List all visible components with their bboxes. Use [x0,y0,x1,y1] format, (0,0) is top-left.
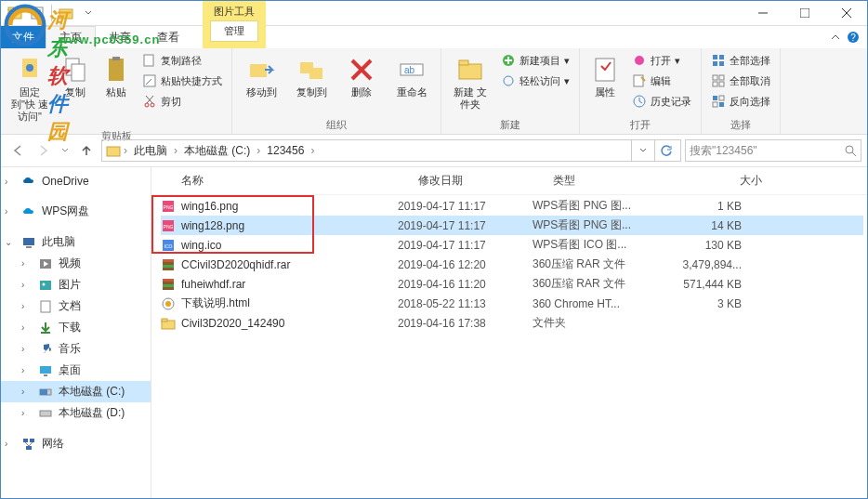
crumb-drive[interactable]: 本地磁盘 (C:) [180,143,254,159]
file-name: Civil3D2020_142490 [181,317,398,330]
qat-dropdown-icon[interactable] [78,3,99,23]
tree-drive-d[interactable]: ›本地磁盘 (D:) [1,402,151,424]
svg-text:PNG: PNG [164,224,174,230]
svg-rect-20 [144,55,153,66]
new-item-button[interactable]: 新建项目 ▾ [497,51,573,70]
svg-rect-59 [26,246,32,248]
ribbon-tabs: 文件 主页 共享 查看 ? [1,26,867,48]
file-row[interactable]: CCivil3D2020qhidf.rar 2019-04-16 12:20 3… [161,255,863,274]
rename-button[interactable]: ab重命名 [388,51,435,102]
svg-rect-34 [459,60,468,65]
tree-desktop[interactable]: ›桌面 [1,360,151,381]
svg-rect-52 [719,96,724,100]
copy-to-button[interactable]: 复制到 [288,51,335,102]
invert-selection-button[interactable]: 反向选择 [707,92,774,111]
tree-videos[interactable]: ›视频 [1,253,151,274]
svg-rect-2 [8,7,14,10]
tree-wps[interactable]: ›WPS网盘 [1,201,151,222]
open-button[interactable]: 打开 ▾ [628,51,695,70]
svg-line-24 [147,96,153,103]
svg-rect-83 [163,259,174,262]
easy-access-button[interactable]: 轻松访问 ▾ [497,72,573,90]
back-button[interactable] [7,139,29,162]
tree-pictures[interactable]: ›图片 [1,274,151,295]
tab-home[interactable]: 主页 [46,26,96,48]
svg-rect-46 [719,61,724,66]
svg-text:PNG: PNG [164,204,174,210]
copy-button[interactable]: 复制 [57,51,94,102]
breadcrumb-dropdown[interactable] [631,140,653,161]
file-date: 2019-04-16 11:20 [398,278,533,291]
help-icon[interactable]: ? [847,31,860,44]
file-date: 2019-04-17 11:17 [398,219,533,232]
svg-rect-47 [713,75,717,80]
crumb-this-pc[interactable]: 此电脑 [130,143,171,159]
file-tab[interactable]: 文件 [1,26,46,48]
file-name: fuheiwhdf.rar [181,278,398,291]
file-row[interactable]: ICO wing.ico 2019-04-17 11:17 WPS看图 ICO … [161,235,863,255]
svg-rect-43 [713,55,717,59]
tab-view[interactable]: 查看 [144,26,192,48]
select-all-button[interactable]: 全部选择 [707,51,774,70]
copy-path-button[interactable]: 复制路径 [138,51,226,70]
pin-quickaccess-button[interactable]: 固定到"快 速访问" [7,51,53,127]
tree-music[interactable]: ›音乐 [1,338,151,360]
search-input[interactable]: 搜索"123456" [685,139,861,162]
folder-icon[interactable] [5,3,25,23]
ribbon-group-select: 全部选择 全部取消 反向选择 选择 [702,48,781,134]
properties-button[interactable]: 属性 [585,51,625,102]
svg-point-23 [151,103,154,107]
file-row[interactable]: 下载说明.html 2018-05-22 11:13 360 Chrome HT… [161,294,863,313]
new-folder-button[interactable]: 新建 文件夹 [447,51,493,114]
file-row[interactable]: PNG wing16.png 2019-04-17 11:17 WPS看图 PN… [161,196,863,216]
svg-rect-7 [59,9,72,19]
col-type[interactable]: 类型 [553,173,688,189]
tab-share[interactable]: 共享 [96,26,144,48]
title-bar: 123456 图片工具 管理 [1,1,867,26]
refresh-button[interactable] [654,140,677,161]
paste-shortcut-button[interactable]: 粘贴快捷方式 [138,72,226,90]
select-none-button[interactable]: 全部取消 [707,72,774,90]
sidebar: ›OneDrive ›WPS网盘 ⌄此电脑 ›视频 ›图片 ›文档 ›下载 ›音… [1,167,151,499]
svg-rect-19 [112,57,120,60]
tree-network[interactable]: ›网络 [1,433,151,454]
context-tab[interactable]: 管理 [210,20,258,42]
edit-button[interactable]: 编辑 [628,72,695,90]
tree-downloads[interactable]: ›下载 [1,317,151,338]
col-name[interactable]: 名称 [181,173,418,189]
cut-button[interactable]: 剪切 [138,92,226,111]
file-icon [161,257,176,272]
forward-button[interactable] [33,139,55,162]
svg-text:?: ? [850,33,856,43]
file-row[interactable]: Civil3D2020_142490 2019-04-16 17:38 文件夹 [161,313,863,333]
delete-button[interactable]: 删除 [338,51,385,102]
paste-button[interactable]: 粘贴 [98,51,135,102]
file-row[interactable]: fuheiwhdf.rar 2019-04-16 11:20 360压缩 RAR… [161,274,863,294]
file-date: 2019-04-16 12:20 [398,258,533,271]
maximize-button[interactable] [783,1,825,26]
breadcrumb[interactable]: › 此电脑 › 本地磁盘 (C:) › 123456 › [101,139,681,162]
new-folder-icon[interactable] [56,3,76,23]
file-size: 14 KB [667,219,760,232]
tree-documents[interactable]: ›文档 [1,295,151,317]
history-button[interactable]: 历史记录 [628,92,695,111]
tree-drive-c[interactable]: ›本地磁盘 (C:) [1,381,151,402]
move-to-button[interactable]: 移动到 [238,51,284,102]
properties-icon[interactable] [27,3,47,23]
history-dropdown[interactable] [59,139,72,162]
close-button[interactable] [825,1,867,26]
tree-this-pc[interactable]: ⌄此电脑 [1,231,151,253]
column-headers: 名称 修改日期 类型 大小 [151,167,867,195]
col-date[interactable]: 修改日期 [418,173,553,189]
minimize-button[interactable] [742,1,783,26]
file-list[interactable]: PNG wing16.png 2019-04-17 11:17 WPS看图 PN… [151,195,867,499]
svg-point-15 [26,64,33,72]
svg-rect-49 [713,82,717,86]
svg-rect-62 [40,281,51,290]
up-button[interactable] [75,139,98,162]
col-size[interactable]: 大小 [688,173,781,189]
tree-onedrive[interactable]: ›OneDrive [1,171,151,191]
ribbon-expand-icon[interactable] [830,32,841,43]
crumb-folder[interactable]: 123456 [263,144,308,157]
file-row[interactable]: PNG wing128.png 2019-04-17 11:17 WPS看图 P… [161,216,863,235]
